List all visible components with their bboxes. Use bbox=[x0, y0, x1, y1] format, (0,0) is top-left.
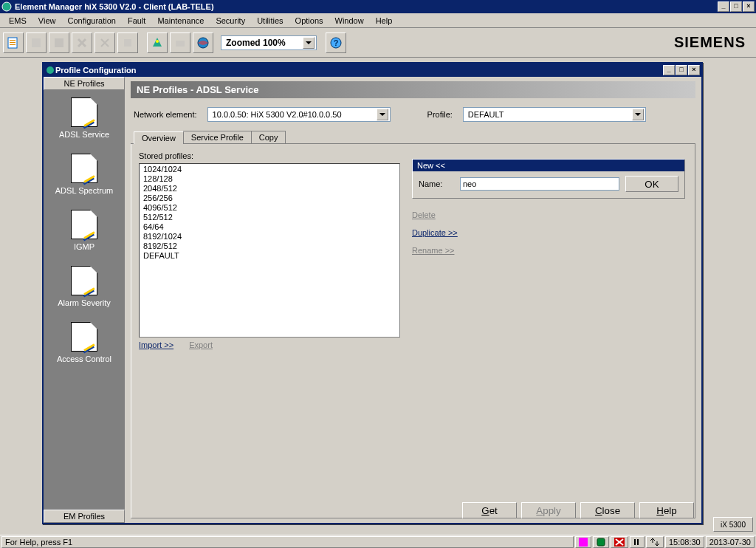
tool-6-icon[interactable] bbox=[117, 32, 138, 53]
export-link[interactable]: Export bbox=[189, 340, 213, 349]
menu-fault[interactable]: Fault bbox=[122, 15, 151, 27]
sidebar-item-access-control[interactable]: Access Control bbox=[57, 322, 111, 363]
apply-button[interactable]: Apply bbox=[521, 502, 576, 518]
sidebar-item-igmp[interactable]: IGMP bbox=[71, 210, 97, 251]
delete-link[interactable]: Delete bbox=[412, 210, 685, 219]
close-button[interactable]: × bbox=[743, 1, 755, 12]
list-item[interactable]: 1024/1024 bbox=[140, 165, 399, 174]
tab-bar: Overview Service Profile Copy bbox=[131, 131, 695, 144]
status-time: 15:08:30 bbox=[665, 536, 704, 548]
sidebar-item-label: Access Control bbox=[57, 355, 111, 363]
network-element-select[interactable]: 10.0.0.50: HiX 5300 V2.0#10.0.0.50 bbox=[207, 107, 391, 122]
document-icon bbox=[71, 154, 97, 183]
svg-point-0 bbox=[2, 2, 11, 11]
list-item[interactable]: 8192/512 bbox=[140, 242, 399, 251]
inner-minimize-button[interactable]: _ bbox=[663, 65, 675, 75]
list-item[interactable]: 256/256 bbox=[140, 193, 399, 203]
list-item[interactable]: 8192/1024 bbox=[140, 232, 399, 242]
menu-help[interactable]: Help bbox=[370, 15, 399, 27]
sidebar-footer[interactable]: EM Profiles bbox=[44, 510, 125, 523]
inner-window-icon bbox=[45, 65, 55, 75]
network-element-value: 10.0.0.50: HiX 5300 V2.0#10.0.0.50 bbox=[210, 110, 377, 119]
tool-globe-icon[interactable] bbox=[193, 32, 213, 53]
dropdown-arrow-icon[interactable] bbox=[377, 109, 388, 120]
app-title: Element Manager hiX 5300 V2.0 - Client (… bbox=[15, 2, 717, 11]
tool-3-icon[interactable] bbox=[49, 32, 69, 53]
list-item[interactable]: 64/64 bbox=[140, 222, 399, 232]
name-input[interactable] bbox=[460, 177, 619, 191]
tab-service-profile[interactable]: Service Profile bbox=[183, 131, 252, 143]
status-bar: For Help, press F1 15:08:30 2013-07-30 bbox=[0, 535, 756, 548]
status-indicator-bars bbox=[630, 536, 645, 548]
list-item[interactable]: 4096/512 bbox=[140, 203, 399, 213]
tool-help-icon[interactable]: ? bbox=[326, 32, 346, 53]
dropdown-arrow-icon[interactable] bbox=[303, 37, 315, 49]
inner-title-bar: Profile Configuration _ □ × bbox=[44, 64, 701, 77]
tab-copy[interactable]: Copy bbox=[251, 131, 286, 143]
menu-options[interactable]: Options bbox=[289, 15, 329, 27]
sidebar-item-label: ADSL Service bbox=[59, 130, 109, 139]
minimize-button[interactable]: _ bbox=[718, 1, 729, 12]
rename-link[interactable]: Rename >> bbox=[412, 246, 685, 255]
bottom-button-bar: Get Apply Close Help bbox=[462, 502, 694, 518]
network-element-label: Network element: bbox=[134, 110, 197, 119]
status-indicator-green bbox=[593, 536, 609, 548]
svg-rect-3 bbox=[10, 42, 16, 43]
menu-maintenance[interactable]: Maintenance bbox=[151, 15, 210, 27]
menu-security[interactable]: Security bbox=[210, 15, 251, 27]
maximize-button[interactable]: □ bbox=[730, 1, 742, 12]
tab-body: Stored profiles: 1024/1024128/1282048/51… bbox=[131, 144, 695, 518]
profile-config-window: Profile Configuration _ □ × NE Profiles … bbox=[42, 62, 703, 524]
tool-new-icon[interactable] bbox=[3, 32, 24, 53]
sidebar-item-label: IGMP bbox=[71, 242, 97, 251]
menu-utilities[interactable]: Utilities bbox=[251, 15, 289, 27]
svg-point-8 bbox=[156, 40, 159, 43]
menu-ems[interactable]: EMS bbox=[3, 15, 32, 27]
sidebar-item-adsl-spectrum[interactable]: ADSL Spectrum bbox=[55, 154, 113, 195]
sidebar-item-label: ADSL Spectrum bbox=[55, 186, 113, 195]
profile-select[interactable]: DEFAULT bbox=[463, 107, 646, 122]
tool-5-icon[interactable] bbox=[94, 32, 115, 53]
zoom-select[interactable]: Zoomed 100% bbox=[221, 35, 317, 50]
dock-item[interactable]: iX 5300 bbox=[713, 517, 753, 532]
get-button[interactable]: Get bbox=[462, 502, 517, 518]
tool-4-icon[interactable] bbox=[72, 32, 92, 53]
list-item[interactable]: 512/512 bbox=[140, 213, 399, 222]
menu-window[interactable]: Window bbox=[329, 15, 370, 27]
svg-point-13 bbox=[47, 66, 54, 74]
content-area: NE Profiles - ADSL Service Network eleme… bbox=[125, 77, 701, 523]
list-item[interactable]: 2048/512 bbox=[140, 184, 399, 193]
stored-profiles-listbox[interactable]: 1024/1024128/1282048/512256/2564096/5125… bbox=[139, 163, 400, 338]
inner-maximize-button[interactable]: □ bbox=[676, 65, 687, 75]
ok-button[interactable]: OK bbox=[625, 176, 678, 192]
import-link[interactable]: Import >> bbox=[139, 340, 173, 349]
document-icon bbox=[71, 97, 97, 127]
tool-color1-icon[interactable] bbox=[147, 32, 168, 53]
inner-close-button[interactable]: × bbox=[688, 65, 700, 75]
svg-rect-5 bbox=[32, 38, 41, 47]
tab-overview[interactable]: Overview bbox=[134, 131, 184, 144]
list-item[interactable]: DEFAULT bbox=[140, 251, 399, 261]
new-profile-header[interactable]: New << bbox=[413, 160, 684, 171]
sidebar-header[interactable]: NE Profiles bbox=[44, 77, 125, 90]
status-help-text: For Help, press F1 bbox=[1, 536, 574, 548]
help-button[interactable]: Help bbox=[639, 502, 694, 518]
menu-view[interactable]: View bbox=[32, 15, 62, 27]
menu-bar: EMS View Configuration Fault Maintenance… bbox=[0, 13, 756, 28]
sidebar-item-adsl-service[interactable]: ADSL Service bbox=[59, 97, 109, 139]
duplicate-link[interactable]: Duplicate >> bbox=[412, 228, 685, 237]
sidebar-item-alarm-severity[interactable]: Alarm Severity bbox=[58, 266, 111, 307]
list-item[interactable]: 128/128 bbox=[140, 174, 399, 184]
close-button[interactable]: Close bbox=[580, 502, 635, 518]
tool-color2-icon[interactable] bbox=[170, 32, 190, 53]
svg-rect-4 bbox=[10, 44, 16, 45]
dropdown-arrow-icon[interactable] bbox=[632, 109, 644, 120]
tool-2-icon[interactable] bbox=[26, 32, 47, 53]
section-heading: NE Profiles - ADSL Service bbox=[131, 81, 695, 98]
status-indicator-magenta bbox=[575, 536, 591, 548]
document-icon bbox=[71, 322, 97, 352]
status-indicator-arrows bbox=[646, 536, 664, 548]
document-icon bbox=[71, 210, 97, 239]
brand-label: SIEMENS bbox=[674, 34, 753, 51]
menu-configuration[interactable]: Configuration bbox=[62, 15, 122, 27]
